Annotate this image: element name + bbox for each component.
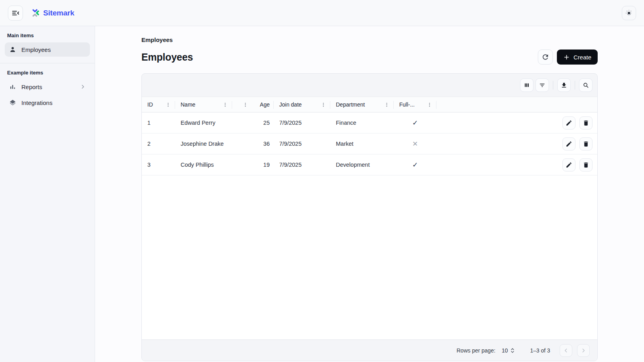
cell-id: 1 xyxy=(142,120,175,126)
cell-name: Cody Phillips xyxy=(175,162,232,168)
chevron-left-icon xyxy=(563,347,569,354)
sidebar: Main items Employees Example items Repor… xyxy=(0,26,95,362)
export-button[interactable] xyxy=(557,78,571,92)
edit-icon xyxy=(566,162,572,168)
column-menu-icon[interactable] xyxy=(222,102,228,108)
top-bar: Sitemark xyxy=(0,0,644,26)
chevron-right-icon xyxy=(580,347,587,354)
column-header-age[interactable]: Age xyxy=(232,97,274,112)
search-icon xyxy=(582,82,589,89)
pagination-range: 1–3 of 3 xyxy=(530,347,550,354)
table-row[interactable]: 1 Edward Perry 25 7/9/2025 Finance ✓ xyxy=(142,112,597,133)
theme-toggle-button[interactable] xyxy=(622,6,636,20)
rows-per-page-label: Rows per page: xyxy=(457,347,495,354)
cell-department: Development xyxy=(330,162,394,168)
cell-department: Finance xyxy=(330,120,394,126)
check-icon: ✓ xyxy=(412,161,418,169)
toolbar-separator xyxy=(575,81,575,90)
column-header-id[interactable]: ID xyxy=(142,97,175,112)
cell-join-date: 7/9/2025 xyxy=(274,141,330,147)
create-button[interactable]: Create xyxy=(557,50,598,65)
plus-icon xyxy=(563,54,570,61)
sidebar-divider xyxy=(0,63,95,63)
column-label: Join date xyxy=(279,101,302,108)
delete-icon xyxy=(583,120,589,126)
grid-footer: Rows per page: 10 1–3 of 3 xyxy=(142,339,597,361)
grid-toolbar xyxy=(142,74,597,97)
edit-button[interactable] xyxy=(562,137,575,151)
cell-age: 19 xyxy=(232,162,274,168)
filter-icon xyxy=(539,82,546,89)
rows-per-page-select[interactable]: 10 xyxy=(502,347,515,354)
brand-name: Sitemark xyxy=(43,9,74,17)
sidebar-item-label: Employees xyxy=(21,46,51,53)
create-button-label: Create xyxy=(574,54,591,61)
refresh-icon xyxy=(541,53,549,61)
column-header-join-date[interactable]: Join date xyxy=(274,97,330,112)
table-row[interactable]: 2 Josephine Drake 36 7/9/2025 Market ✕ xyxy=(142,133,597,154)
column-label: Department xyxy=(336,101,365,108)
delete-button[interactable] xyxy=(579,137,593,151)
filter-button[interactable] xyxy=(535,78,549,92)
previous-page-button[interactable] xyxy=(560,344,572,357)
person-icon xyxy=(9,46,17,53)
column-menu-icon[interactable] xyxy=(242,102,248,108)
sidebar-item-reports[interactable]: Reports xyxy=(5,80,90,94)
toolbar-separator xyxy=(553,81,553,90)
next-page-button[interactable] xyxy=(577,344,590,357)
table-row[interactable]: 3 Cody Phillips 19 7/9/2025 Development … xyxy=(142,154,597,175)
cross-icon: ✕ xyxy=(412,140,418,148)
cell-join-date: 7/9/2025 xyxy=(274,120,330,126)
column-menu-icon[interactable] xyxy=(427,102,433,108)
layers-icon xyxy=(9,99,17,107)
delete-button[interactable] xyxy=(579,158,593,171)
sidebar-item-employees[interactable]: Employees xyxy=(5,42,90,57)
chevron-right-icon xyxy=(80,84,86,90)
column-label: Full-... xyxy=(399,101,415,108)
sidebar-item-label: Integrations xyxy=(21,99,52,106)
cell-department: Market xyxy=(330,141,394,147)
sidebar-item-integrations[interactable]: Integrations xyxy=(5,95,90,110)
cell-id: 3 xyxy=(142,162,175,168)
refresh-button[interactable] xyxy=(538,50,553,65)
menu-open-icon xyxy=(11,9,20,17)
rows-per-page-value: 10 xyxy=(502,347,508,354)
column-menu-icon[interactable] xyxy=(320,102,326,108)
sidebar-item-label: Reports xyxy=(21,84,42,90)
data-grid-card: ID Name Age xyxy=(141,73,598,361)
columns-icon xyxy=(523,82,530,89)
column-menu-icon[interactable] xyxy=(165,102,171,108)
check-icon: ✓ xyxy=(412,119,418,127)
table-header-row: ID Name Age xyxy=(142,97,597,112)
sidebar-section-main: Main items xyxy=(5,32,90,38)
sitemark-logo-icon xyxy=(30,8,40,18)
main-content: Employees Employees xyxy=(95,26,644,362)
breadcrumb: Employees xyxy=(141,36,598,43)
cell-name: Edward Perry xyxy=(175,120,232,126)
column-label: Name xyxy=(181,101,195,108)
menu-open-button[interactable] xyxy=(8,6,23,21)
delete-icon xyxy=(583,141,589,147)
delete-icon xyxy=(583,162,589,168)
download-icon xyxy=(560,82,568,89)
column-header-department[interactable]: Department xyxy=(330,97,394,112)
edit-icon xyxy=(566,141,572,147)
column-label: ID xyxy=(147,101,153,108)
cell-name: Josephine Drake xyxy=(175,141,232,147)
stepper-arrows-icon xyxy=(510,347,515,354)
edit-button[interactable] xyxy=(562,116,575,130)
column-menu-icon[interactable] xyxy=(384,102,390,108)
bar-chart-icon xyxy=(9,83,17,91)
brand: Sitemark xyxy=(30,8,74,18)
page-title: Employees xyxy=(141,51,193,63)
table-body: 1 Edward Perry 25 7/9/2025 Finance ✓ xyxy=(142,112,597,339)
column-header-name[interactable]: Name xyxy=(175,97,232,112)
columns-button[interactable] xyxy=(520,78,533,92)
edit-button[interactable] xyxy=(562,158,575,171)
column-header-full-time[interactable]: Full-... xyxy=(394,97,436,112)
delete-button[interactable] xyxy=(579,116,593,130)
cell-id: 2 xyxy=(142,141,175,147)
sun-icon xyxy=(625,9,633,17)
search-button[interactable] xyxy=(579,78,593,92)
column-label: Age xyxy=(260,101,270,108)
